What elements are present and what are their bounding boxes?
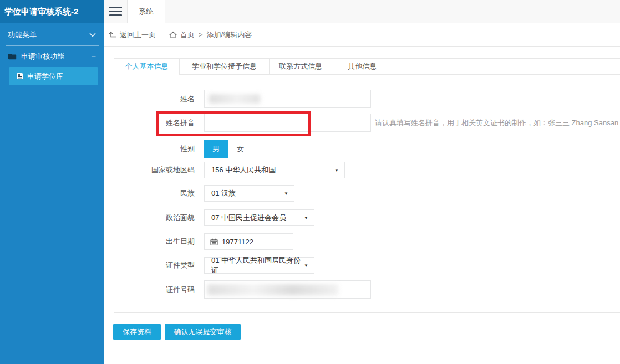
breadcrumb-separator: > (199, 30, 203, 39)
form-row-id-type: 证件类型 01 中华人民共和国居民身份证 ▼ (114, 257, 314, 274)
tab-personal-basic-info[interactable]: 个人基本信息 (114, 59, 180, 74)
document-icon (16, 73, 23, 80)
id-number-label: 证件号码 (114, 285, 195, 295)
action-bar: 保存资料 确认无误提交审核 (113, 324, 241, 340)
home-icon (169, 31, 177, 38)
country-select[interactable]: 156 中华人民共和国 ▼ (204, 162, 345, 178)
folder-icon (8, 53, 17, 60)
ethnic-label: 民族 (114, 188, 195, 198)
political-select[interactable]: 07 中国民主促进会会员 ▼ (204, 209, 314, 226)
id-number-input[interactable] (204, 280, 371, 299)
topbar: 系统 (104, 0, 620, 23)
tab-system[interactable]: 系统 (127, 0, 165, 23)
name-label: 姓名 (114, 94, 195, 104)
sidebar-toggle-button[interactable] (104, 0, 127, 23)
dropdown-arrow-icon: ▼ (284, 191, 288, 196)
tab-academic-degree-info[interactable]: 学业和学位授予信息 (180, 59, 270, 74)
country-value: 156 中华人民共和国 (211, 165, 276, 175)
redacted-name-value (209, 94, 260, 104)
country-label: 国家或地区码 (114, 165, 195, 175)
form-row-political: 政治面貌 07 中国民主促进会会员 ▼ (114, 209, 314, 226)
id-type-label: 证件类型 (114, 260, 195, 270)
menu-header-label: 功能菜单 (8, 30, 37, 40)
breadcrumb-home[interactable]: 首页 (169, 30, 195, 40)
pinyin-hint-text: 请认真填写姓名拼音，用于相关英文证书的制作，如：张三三 Zhang Sansan (375, 118, 618, 128)
political-label: 政治面貌 (114, 213, 195, 223)
submit-review-button[interactable]: 确认无误提交审核 (165, 324, 241, 340)
form-row-pinyin: 姓名拼音 (114, 114, 371, 132)
redacted-id-number-value (207, 284, 338, 295)
tab-contact-info[interactable]: 联系方式信息 (270, 59, 332, 74)
sidebar-group-review-functions[interactable]: 申请审核功能 − (0, 46, 104, 66)
sidebar-item-label: 申请学位库 (27, 71, 63, 81)
form-row-name: 姓名 (114, 90, 371, 108)
dropdown-arrow-icon: ▼ (304, 216, 308, 221)
ethnic-select[interactable]: 01 汉族 ▼ (204, 185, 294, 202)
gender-option-male[interactable]: 男 (204, 140, 228, 158)
gender-label: 性别 (114, 144, 195, 154)
content-panel: 个人基本信息 学业和学位授予信息 联系方式信息 其他信息 姓名 姓名拼音 请认真… (114, 58, 620, 313)
gender-toggle: 男 女 (204, 140, 253, 158)
dropdown-arrow-icon: ▼ (334, 168, 339, 173)
id-type-select[interactable]: 01 中华人民共和国居民身份证 ▼ (204, 257, 314, 274)
form-row-ethnic: 民族 01 汉族 ▼ (114, 185, 294, 202)
gender-option-female[interactable]: 女 (228, 140, 253, 158)
political-value: 07 中国民主促进会会员 (211, 213, 286, 223)
birthdate-value: 19771122 (222, 238, 253, 246)
app-title: 学位申请审核系统-2 (0, 0, 104, 23)
hamburger-icon (109, 7, 122, 8)
breadcrumb-home-label: 首页 (180, 30, 195, 40)
birthdate-label: 出生日期 (114, 237, 195, 247)
name-input[interactable] (204, 90, 371, 108)
birthdate-input[interactable]: 19771122 (204, 233, 293, 250)
sidebar-menu-header[interactable]: 功能菜单 (0, 24, 104, 45)
form-row-birthdate: 出生日期 19771122 (114, 233, 293, 250)
form-row-id-number: 证件号码 (114, 280, 371, 299)
return-arrow-icon (109, 31, 116, 38)
form-row-gender: 性别 男 女 (114, 140, 253, 158)
back-link[interactable]: 返回上一页 (109, 30, 156, 40)
collapse-minus-icon[interactable]: − (91, 52, 96, 61)
pinyin-label: 姓名拼音 (114, 118, 195, 128)
id-type-value: 01 中华人民共和国居民身份证 (211, 255, 304, 275)
save-button[interactable]: 保存资料 (113, 324, 161, 340)
tab-bar: 个人基本信息 学业和学位授予信息 联系方式信息 其他信息 (114, 59, 620, 75)
dropdown-arrow-icon: ▼ (304, 263, 308, 268)
sidebar-group-label: 申请审核功能 (21, 52, 64, 61)
chevron-down-icon (89, 33, 96, 37)
breadcrumb: 返回上一页 首页 > 添加/编辑内容 (104, 23, 620, 47)
pinyin-input[interactable] (204, 114, 371, 132)
sidebar: 学位申请审核系统-2 功能菜单 申请审核功能 − 申请学位库 (0, 0, 104, 364)
calendar-icon (210, 238, 218, 245)
breadcrumb-current: 添加/编辑内容 (207, 30, 252, 40)
form-row-country: 国家或地区码 156 中华人民共和国 ▼ (114, 162, 345, 178)
back-label: 返回上一页 (120, 30, 156, 40)
sidebar-item-degree-library[interactable]: 申请学位库 (9, 67, 98, 85)
tab-other-info[interactable]: 其他信息 (332, 59, 393, 74)
ethnic-value: 01 汉族 (211, 188, 236, 198)
